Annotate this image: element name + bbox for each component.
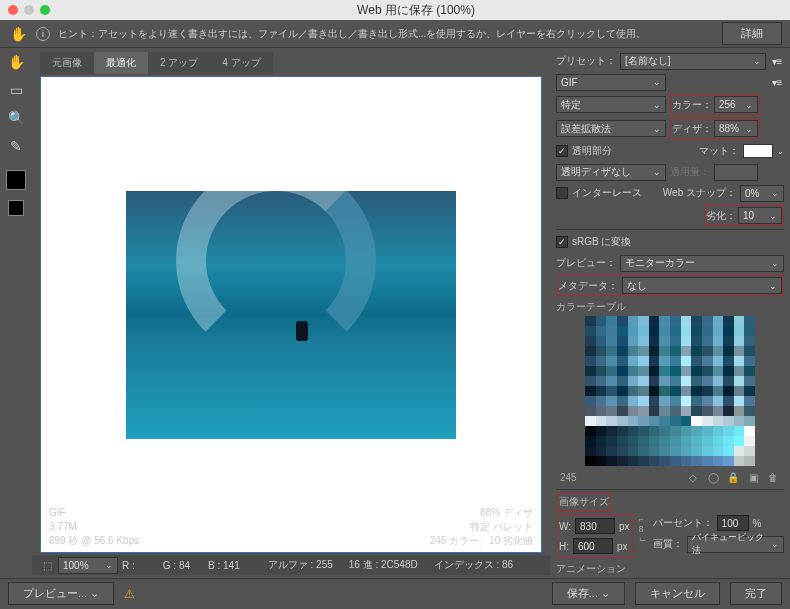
color-cell[interactable] [659,316,670,326]
preset-select[interactable]: [名前なし] [620,53,766,70]
color-cell[interactable] [670,456,681,466]
color-cell[interactable] [681,356,692,366]
color-cell[interactable] [670,406,681,416]
color-cell[interactable] [649,376,660,386]
color-cell[interactable] [596,456,607,466]
color-cell[interactable] [681,446,692,456]
color-cell[interactable] [606,346,617,356]
color-cell[interactable] [628,426,639,436]
color-cell[interactable] [713,366,724,376]
tab-original[interactable]: 元画像 [40,52,94,74]
color-cell[interactable] [734,376,745,386]
color-cell[interactable] [670,356,681,366]
color-cell[interactable] [744,406,755,416]
color-cell[interactable] [744,456,755,466]
color-cell[interactable] [681,376,692,386]
color-cell[interactable] [744,396,755,406]
color-cell[interactable] [596,446,607,456]
tab-2up[interactable]: 2 アップ [148,52,210,74]
color-cell[interactable] [713,356,724,366]
color-cell[interactable] [691,336,702,346]
color-cell[interactable] [638,376,649,386]
color-cell[interactable] [585,376,596,386]
color-cell[interactable] [734,366,745,376]
color-cell[interactable] [702,376,713,386]
color-cell[interactable] [659,376,670,386]
color-cell[interactable] [617,366,628,376]
color-cell[interactable] [585,416,596,426]
color-cell[interactable] [659,396,670,406]
preview-canvas[interactable]: GIF 3.77M 699 秒 @ 56.6 Kbps 88% ディザ 特定 パ… [40,76,542,553]
color-cell[interactable] [585,426,596,436]
color-cell[interactable] [585,336,596,346]
color-cell[interactable] [744,446,755,456]
save-button[interactable]: 保存... [552,582,625,605]
color-cell[interactable] [681,396,692,406]
color-cell[interactable] [649,366,660,376]
color-cell[interactable] [681,416,692,426]
ct-new-icon[interactable]: ▣ [746,470,760,484]
color-cell[interactable] [691,326,702,336]
color-cell[interactable] [606,386,617,396]
color-cell[interactable] [723,416,734,426]
color-cell[interactable] [606,316,617,326]
eyedropper-tool[interactable]: ✎ [6,136,26,156]
color-cell[interactable] [723,336,734,346]
dither-select[interactable]: 88% [714,120,758,137]
tab-4up[interactable]: 4 アップ [210,52,272,74]
color-cell[interactable] [617,406,628,416]
color-cell[interactable] [628,446,639,456]
color-cell[interactable] [638,396,649,406]
color-cell[interactable] [744,416,755,426]
color-select[interactable]: 256 [714,96,758,113]
color-cell[interactable] [659,356,670,366]
color-cell[interactable] [659,386,670,396]
color-cell[interactable] [734,386,745,396]
color-cell[interactable] [702,416,713,426]
color-cell[interactable] [702,326,713,336]
color-cell[interactable] [638,356,649,366]
color-cell[interactable] [585,326,596,336]
preview-button[interactable]: プレビュー... [8,582,114,605]
color-cell[interactable] [723,436,734,446]
color-cell[interactable] [649,426,660,436]
color-cell[interactable] [691,386,702,396]
color-cell[interactable] [723,316,734,326]
color-cell[interactable] [734,346,745,356]
color-cell[interactable] [670,376,681,386]
color-cell[interactable] [617,326,628,336]
color-cell[interactable] [606,406,617,416]
color-cell[interactable] [638,326,649,336]
trans-dither-select[interactable]: 透明ディザなし [556,164,666,181]
color-cell[interactable] [713,436,724,446]
color-cell[interactable] [628,386,639,396]
color-cell[interactable] [744,316,755,326]
color-cell[interactable] [691,456,702,466]
hand-tool[interactable]: ✋ [6,52,26,72]
color-cell[interactable] [617,346,628,356]
websnap-select[interactable]: 0% [740,185,784,202]
color-cell[interactable] [596,436,607,446]
color-cell[interactable] [723,356,734,366]
color-cell[interactable] [691,396,702,406]
color-cell[interactable] [649,346,660,356]
color-cell[interactable] [617,426,628,436]
color-cell[interactable] [681,426,692,436]
color-cell[interactable] [681,346,692,356]
color-cell[interactable] [596,416,607,426]
color-cell[interactable] [628,436,639,446]
done-button[interactable]: 完了 [730,582,782,605]
color-cell[interactable] [659,326,670,336]
color-cell[interactable] [723,366,734,376]
color-cell[interactable] [606,336,617,346]
slice-select-tool[interactable]: ▭ [6,80,26,100]
color-cell[interactable] [638,446,649,456]
color-cell[interactable] [670,416,681,426]
toggle-slices-icon[interactable] [8,200,24,216]
cancel-button[interactable]: キャンセル [635,582,720,605]
color-cell[interactable] [744,326,755,336]
reduction-select[interactable]: 特定 [556,96,666,113]
color-cell[interactable] [691,366,702,376]
color-cell[interactable] [691,346,702,356]
color-table[interactable] [585,316,755,466]
